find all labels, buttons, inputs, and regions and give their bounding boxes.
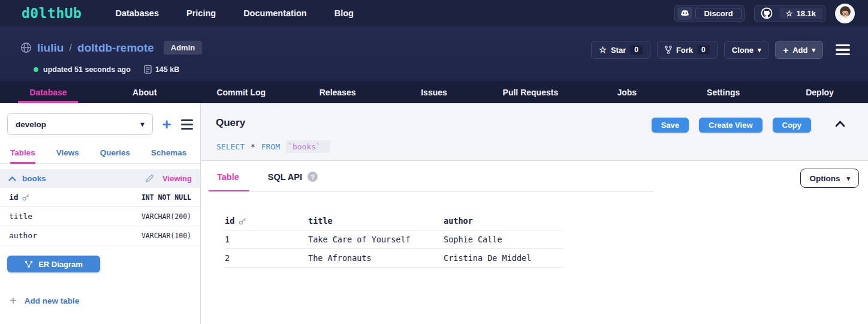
hamburger-menu-icon[interactable] <box>836 44 850 56</box>
results-tab-table[interactable]: Table <box>217 172 239 182</box>
chevron-down-icon: ▾ <box>758 46 761 54</box>
tab-issues[interactable]: Issues <box>386 81 483 103</box>
column-row-title[interactable]: title VARCHAR(200) <box>0 207 200 226</box>
chevron-up-icon <box>8 176 16 181</box>
cell-id: 1 <box>225 235 230 244</box>
header-title[interactable]: title <box>308 216 333 226</box>
pencil-icon[interactable] <box>145 174 154 183</box>
star-count-badge: 0 <box>630 45 643 55</box>
column-row-id[interactable]: id INT NOT NULL <box>0 188 200 207</box>
user-avatar[interactable] <box>835 4 855 23</box>
table-header-row: id title author <box>225 212 563 230</box>
cell-id: 2 <box>225 253 230 263</box>
nav-link-documentation[interactable]: Documentation <box>243 8 307 18</box>
create-view-button[interactable]: Create View <box>699 118 762 133</box>
sidebar-tab-tables[interactable]: Tables <box>10 148 35 163</box>
cell-title: The Afronauts <box>308 253 372 263</box>
discord-label: Discord <box>695 8 741 19</box>
repo-tabbar: Database About Commit Log Releases Issue… <box>0 81 868 103</box>
sql-star: * <box>245 142 261 151</box>
discord-button[interactable]: Discord <box>674 5 744 22</box>
results-tabs: Table SQL API ? <box>217 172 318 182</box>
database-sidebar: develop ▾ + Tables Views Queries Schemas… <box>0 103 201 324</box>
fork-count-badge: 0 <box>697 45 710 55</box>
branch-menu-icon[interactable] <box>181 119 193 130</box>
tab-commit-log[interactable]: Commit Log <box>193 81 290 103</box>
results-section: Table SQL API ? Options ▾ id title autho… <box>201 161 868 324</box>
tab-deploy[interactable]: Deploy <box>771 81 868 103</box>
sidebar-tab-schemas[interactable]: Schemas <box>151 148 186 163</box>
tab-pull-requests[interactable]: Pull Requests <box>482 81 578 103</box>
chevron-down-icon: ▾ <box>140 120 144 128</box>
repo-name-link[interactable]: doltdb-remote <box>77 41 154 55</box>
repo-owner-link[interactable]: liuliu <box>37 41 64 55</box>
column-name: author <box>9 231 37 240</box>
tab-jobs[interactable]: Jobs <box>578 81 675 103</box>
tab-releases[interactable]: Releases <box>290 81 386 103</box>
fork-button[interactable]: Fork 0 <box>657 41 718 59</box>
repo-separator: / <box>69 42 72 54</box>
chevron-down-icon: ▾ <box>812 46 815 54</box>
add-new-table-button[interactable]: + Add new table <box>10 295 200 307</box>
branch-name: develop <box>16 120 46 129</box>
top-navbar: d0lthUb Databases Pricing Documentation … <box>0 0 868 26</box>
column-row-author[interactable]: author VARCHAR(100) <box>0 226 200 245</box>
add-new-table-label: Add new table <box>25 296 80 305</box>
main-content: Query SELECT * FROM `books` Save Create … <box>201 103 868 324</box>
header-author[interactable]: author <box>444 216 473 226</box>
nav-link-databases[interactable]: Databases <box>115 8 159 18</box>
add-button[interactable]: + Add ▾ <box>775 41 823 59</box>
column-type: VARCHAR(100) <box>141 232 191 240</box>
fork-icon <box>665 46 672 54</box>
tab-database[interactable]: Database <box>0 81 97 103</box>
clone-button[interactable]: Clone ▾ <box>724 41 769 59</box>
help-icon[interactable]: ? <box>308 172 318 182</box>
query-buttons: Save Create View Copy <box>652 118 811 133</box>
repo-breadcrumb: liuliu / doltdb-remote Admin <box>20 41 202 55</box>
cell-author: Cristina De Middel <box>444 253 531 263</box>
add-label: Add <box>792 46 807 55</box>
repo-actions: ☆ Star 0 Fork 0 Clone ▾ + Add ▾ <box>591 41 850 59</box>
star-button[interactable]: ☆ Star 0 <box>591 41 650 59</box>
table-row[interactable]: 2 The Afronauts Cristina De Middel <box>225 249 563 268</box>
er-diagram-button[interactable]: ER Diagram <box>7 256 100 272</box>
star-icon: ☆ <box>599 45 607 55</box>
github-stars-value: 18.1k <box>796 9 816 18</box>
results-tab-sql-api[interactable]: SQL API ? <box>268 172 318 182</box>
options-button[interactable]: Options ▾ <box>800 169 859 188</box>
admin-badge: Admin <box>164 41 202 55</box>
copy-button[interactable]: Copy <box>773 118 812 133</box>
repo-header: liuliu / doltdb-remote Admin updated 51 … <box>0 26 868 81</box>
table-row[interactable]: 1 Take Care of Yourself Sophie Calle <box>225 230 563 249</box>
status-dot-icon <box>34 67 38 72</box>
github-star-count: ☆ 18.1k <box>779 8 822 19</box>
table-item-books[interactable]: books Viewing <box>0 169 200 188</box>
sidebar-tab-views[interactable]: Views <box>56 148 79 163</box>
nav-link-pricing[interactable]: Pricing <box>186 8 216 18</box>
save-button[interactable]: Save <box>652 118 689 133</box>
updated-text: updated 51 seconds ago <box>43 65 131 74</box>
dolthub-logo[interactable]: d0lthUb <box>22 5 82 21</box>
primary-key-icon <box>22 194 29 201</box>
fork-label: Fork <box>676 46 693 55</box>
collapse-chevron-up-icon[interactable] <box>835 119 845 130</box>
clone-label: Clone <box>732 46 754 55</box>
new-branch-button[interactable]: + <box>162 116 171 132</box>
sidebar-tab-queries[interactable]: Queries <box>100 148 130 163</box>
sql-keyword-from: FROM <box>261 142 286 151</box>
branch-selector[interactable]: develop ▾ <box>7 113 153 135</box>
tab-about[interactable]: About <box>97 81 193 103</box>
branch-row: develop ▾ + <box>0 103 200 135</box>
viewing-status: Viewing <box>162 174 192 183</box>
tabs-divider <box>209 191 653 192</box>
er-diagram-label: ER Diagram <box>38 260 83 269</box>
column-name: title <box>9 212 32 221</box>
tab-settings[interactable]: Settings <box>675 81 771 103</box>
nav-link-blog[interactable]: Blog <box>334 8 354 18</box>
github-icon <box>757 7 776 19</box>
sql-keyword-select: SELECT <box>216 142 245 151</box>
star-label: Star <box>611 46 626 55</box>
database-size-icon <box>144 65 152 74</box>
github-button[interactable]: ☆ 18.1k <box>754 5 825 22</box>
header-id[interactable]: id <box>225 216 234 226</box>
